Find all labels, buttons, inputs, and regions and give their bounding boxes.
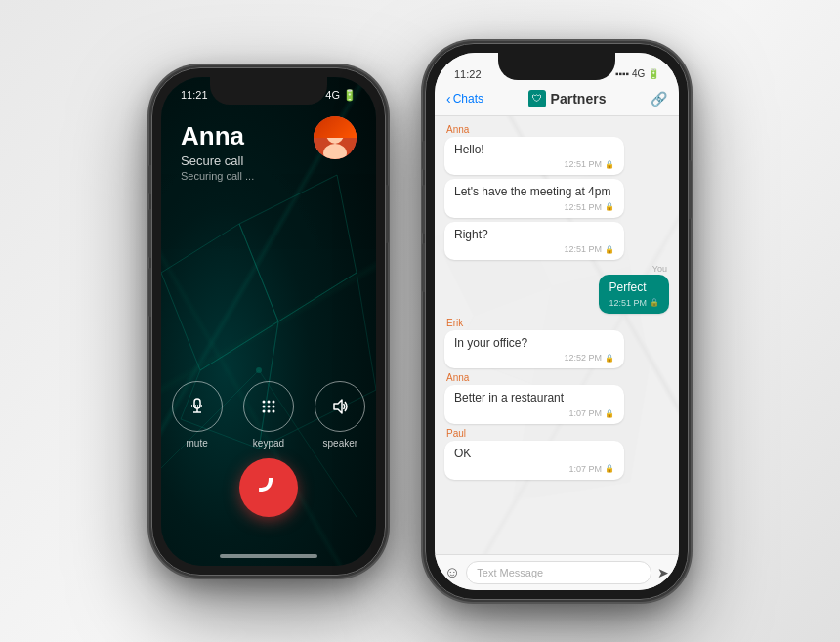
mute-btn[interactable]: mute <box>172 381 223 449</box>
speaker-label: speaker <box>323 438 358 449</box>
speaker-btn-circle <box>315 381 365 432</box>
msg-text-1: Hello! <box>454 143 614 158</box>
speaker-btn[interactable]: speaker <box>315 381 365 449</box>
emoji-icon[interactable]: ☺ <box>444 564 460 581</box>
msg-bubble-5: In your office? 12:52 PM 🔒 <box>444 330 624 369</box>
msg-sender-paul: Paul <box>446 428 669 439</box>
msg-text-4: Perfect <box>609 280 659 296</box>
volume-down-button-2 <box>422 243 425 292</box>
svg-rect-10 <box>194 399 200 408</box>
msg-meta-6: 1:07 PM 🔒 <box>454 408 614 418</box>
lock-icon-2: 🔒 <box>605 202 614 211</box>
chat-title-area: 🛡 Partners <box>489 90 645 107</box>
msg-text-6: Better in a restaurant <box>454 391 614 407</box>
chat-notch <box>498 53 615 80</box>
svg-marker-1 <box>239 175 357 321</box>
volume-up-button <box>148 209 151 258</box>
msg-text-3: Right? <box>454 228 614 243</box>
msg-bubble-7: OK 1:07 PM 🔒 <box>444 441 624 480</box>
lock-icon-1: 🔒 <box>605 160 614 169</box>
msg-time-3: 12:51 PM <box>564 244 602 254</box>
call-time: 11:21 <box>181 89 208 101</box>
power-button <box>386 185 389 243</box>
msg-text-7: OK <box>454 447 614 462</box>
msg-bubble-2: Let's have the meeting at 4pm 12:51 PM 🔒 <box>444 179 624 218</box>
message-placeholder: Text Message <box>477 567 543 578</box>
msg-sender-anna-1: Anna <box>446 124 669 135</box>
shield-icon: 🛡 <box>528 90 546 107</box>
call-screen: 11:21 ▪▪▪▪ 4G 🔋 Anna <box>161 77 376 566</box>
volume-down-button <box>148 268 151 317</box>
msg-meta-4: 12:51 PM 🔒 <box>609 298 659 308</box>
link-icon[interactable]: 🔗 <box>651 91 667 107</box>
svg-point-19 <box>272 405 274 407</box>
msg-text-5: In your office? <box>454 336 614 352</box>
lock-icon-7: 🔒 <box>605 464 614 473</box>
call-type: Secure call <box>181 153 254 168</box>
svg-marker-0 <box>161 224 278 370</box>
svg-point-15 <box>267 400 270 403</box>
chat-body[interactable]: Anna Hello! 12:51 PM 🔒 Let's have the me… <box>435 116 679 554</box>
call-buttons: mute <box>161 381 376 449</box>
call-info: Anna Secure call Securing call ... <box>181 121 254 182</box>
caller-name: Anna <box>181 121 254 151</box>
back-button[interactable]: ‹ Chats <box>446 91 483 107</box>
lock-icon-5: 🔒 <box>605 354 614 363</box>
chat-signal: ▪▪▪▪ 4G 🔋 <box>615 68 659 80</box>
home-indicator-2 <box>508 578 606 582</box>
volume-up-button-2 <box>422 185 425 234</box>
chat-time: 11:22 <box>454 68 482 80</box>
power-button-2 <box>689 160 692 219</box>
phone-call: 11:21 ▪▪▪▪ 4G 🔋 Anna <box>151 67 386 576</box>
msg-meta-2: 12:51 PM 🔒 <box>454 202 614 212</box>
lock-icon-3: 🔒 <box>605 245 614 254</box>
svg-point-8 <box>326 124 344 144</box>
keypad-btn[interactable]: keypad <box>243 381 294 449</box>
msg-bubble-4: Perfect 12:51 PM 🔒 <box>599 275 669 314</box>
msg-meta-5: 12:52 PM 🔒 <box>454 353 614 363</box>
back-label: Chats <box>453 92 483 106</box>
you-label: You <box>444 264 667 274</box>
call-substatus: Securing call ... <box>181 170 254 182</box>
svg-marker-23 <box>334 400 342 413</box>
keypad-label: keypad <box>253 438 284 449</box>
phones-container: 11:21 ▪▪▪▪ 4G 🔋 Anna <box>151 43 689 600</box>
svg-point-17 <box>262 405 265 407</box>
msg-time-5: 12:52 PM <box>564 353 602 363</box>
lock-icon-4: 🔒 <box>650 298 659 307</box>
chat-screen: 11:22 ▪▪▪▪ 4G 🔋 ‹ Chats 🛡 Partners 🔗 <box>435 53 679 590</box>
msg-bubble-6: Better in a restaurant 1:07 PM 🔒 <box>444 385 624 424</box>
avatar <box>314 116 357 159</box>
avatar-image <box>314 116 357 159</box>
msg-bubble-3: Right? 12:51 PM 🔒 <box>444 222 624 261</box>
end-call-button[interactable] <box>239 458 298 517</box>
svg-point-20 <box>262 409 265 412</box>
svg-point-16 <box>272 400 274 403</box>
msg-time-6: 1:07 PM <box>568 408 602 418</box>
msg-time-4: 12:51 PM <box>609 298 647 308</box>
keypad-btn-circle <box>243 381 294 432</box>
lock-icon-6: 🔒 <box>605 409 614 418</box>
msg-text-2: Let's have the meeting at 4pm <box>454 185 614 200</box>
notch <box>210 77 327 105</box>
send-icon[interactable]: ➤ <box>657 565 669 580</box>
chat-header: ‹ Chats 🛡 Partners 🔗 <box>435 84 679 116</box>
phone-chat: 11:22 ▪▪▪▪ 4G 🔋 ‹ Chats 🛡 Partners 🔗 <box>425 43 689 600</box>
mute-button-2 <box>422 141 425 170</box>
chat-screen-inner: 11:22 ▪▪▪▪ 4G 🔋 ‹ Chats 🛡 Partners 🔗 <box>435 53 679 590</box>
svg-point-22 <box>272 409 274 412</box>
msg-meta-1: 12:51 PM 🔒 <box>454 159 614 169</box>
svg-point-14 <box>262 400 265 403</box>
chat-title: Partners <box>551 91 607 107</box>
msg-time-2: 12:51 PM <box>564 202 602 212</box>
home-indicator <box>220 554 317 558</box>
svg-point-21 <box>267 409 270 412</box>
svg-point-18 <box>267 405 270 407</box>
mute-button <box>148 165 151 194</box>
mute-btn-circle <box>172 381 223 432</box>
msg-sender-erik: Erik <box>446 318 669 328</box>
svg-point-6 <box>256 367 262 373</box>
msg-bubble-1: Hello! 12:51 PM 🔒 <box>444 137 624 176</box>
msg-sender-anna-2: Anna <box>446 372 669 383</box>
msg-time-1: 12:51 PM <box>564 159 602 169</box>
